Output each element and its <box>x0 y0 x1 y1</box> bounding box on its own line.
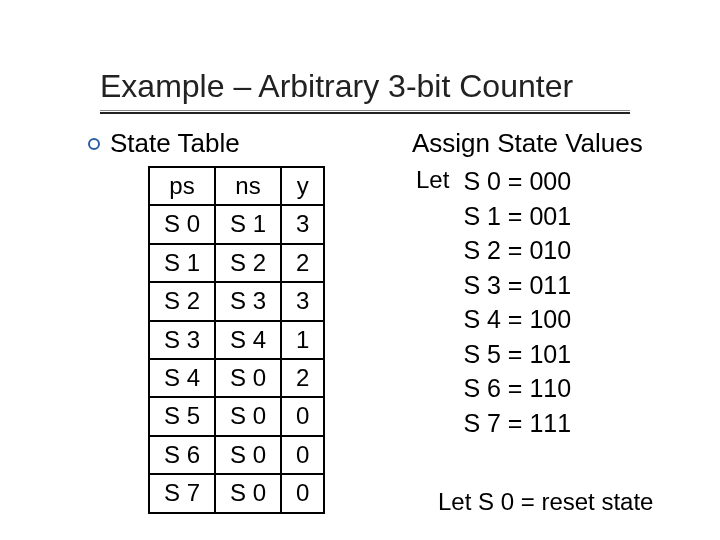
th-y: y <box>281 167 324 205</box>
table-header-row: ps ns y <box>149 167 324 205</box>
table-row: S 6 S 0 0 <box>149 436 324 474</box>
slide: Example – Arbitrary 3-bit Counter State … <box>0 0 720 540</box>
slide-title: Example – Arbitrary 3-bit Counter <box>100 68 680 105</box>
th-ns: ns <box>215 167 281 205</box>
section-label: State Table <box>110 128 240 159</box>
table-row: S 4 S 0 2 <box>149 359 324 397</box>
table-row: S 3 S 4 1 <box>149 321 324 359</box>
reset-note: Let S 0 = reset state <box>438 488 653 516</box>
bullet-state-table: State Table <box>88 128 240 159</box>
table-row: S 0 S 1 3 <box>149 205 324 243</box>
table-row: S 5 S 0 0 <box>149 397 324 435</box>
assign-title: Assign State Values <box>412 128 643 159</box>
bullet-icon <box>88 138 100 150</box>
state-table: ps ns y S 0 S 1 3 S 1 S 2 2 S 2 S 3 3 <box>148 166 325 514</box>
let-label: Let <box>416 164 449 440</box>
assign-block: Let S 0 = 000 S 1 = 001 S 2 = 010 S 3 = … <box>416 164 571 440</box>
assign-list: S 0 = 000 S 1 = 001 S 2 = 010 S 3 = 011 … <box>463 164 571 440</box>
title-underline <box>100 108 630 114</box>
table-row: S 2 S 3 3 <box>149 282 324 320</box>
table-row: S 7 S 0 0 <box>149 474 324 512</box>
table-row: S 1 S 2 2 <box>149 244 324 282</box>
th-ps: ps <box>149 167 215 205</box>
